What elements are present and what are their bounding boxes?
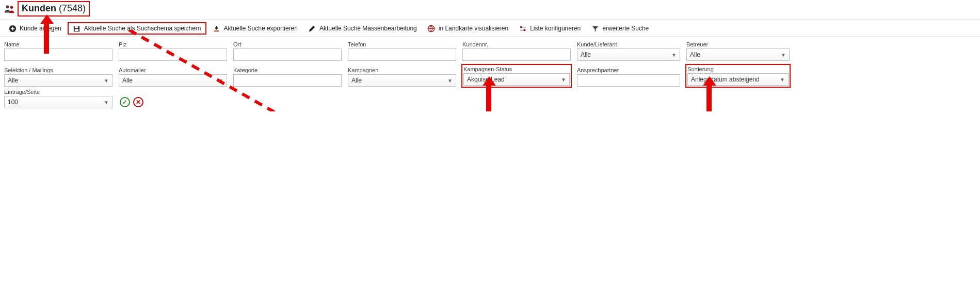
field-ort: Ort [233, 41, 342, 61]
chevron-down-icon: ▼ [781, 52, 786, 58]
globe-icon [427, 24, 436, 32]
sliders-icon [519, 24, 527, 32]
kampagnen-value: Alle [351, 77, 362, 84]
field-betreuer: Betreuer Alle ▼ [686, 41, 790, 61]
sortierung-label: Sortierung [687, 66, 789, 72]
kundennr-label: Kundennr. [462, 41, 571, 47]
field-selektion: Selektion / Mailings Alle ▼ [4, 67, 113, 87]
field-ansprechpartner: Ansprechpartner [577, 67, 680, 87]
kampagnen-select[interactable]: Alle ▼ [348, 74, 456, 87]
annotation-arrow-title [40, 14, 53, 54]
annotation-arrow-sort [703, 76, 715, 111]
betreuer-select[interactable]: Alle ▼ [686, 48, 790, 61]
selektion-label: Selektion / Mailings [4, 67, 113, 73]
bulk-edit-button[interactable]: Aktuelle Suche Massenbearbeitung [304, 23, 421, 34]
field-kampagnen-status: Kampagnen-Status Akquise Lead ▼ [462, 65, 571, 87]
page-header: Kunden (7548) [0, 0, 980, 18]
chevron-down-icon: ▼ [447, 78, 453, 84]
field-kunde-lieferant: Kunde/Lieferant Alle ▼ [577, 41, 680, 61]
kundennr-input[interactable] [462, 48, 571, 61]
automailer-select[interactable]: Alle ▼ [119, 74, 227, 87]
toolbar: Kunde anlegen Aktuelle Suche als Suchsch… [0, 20, 980, 37]
clear-button[interactable]: ✕ [133, 97, 143, 107]
create-customer-button[interactable]: Kunde anlegen [4, 23, 66, 34]
ort-label: Ort [233, 41, 342, 47]
name-label: Name [4, 41, 113, 47]
export-icon [213, 24, 221, 32]
telefon-label: Telefon [348, 41, 456, 47]
page-title-highlight: Kunden (7548) [18, 1, 90, 17]
chevron-down-icon: ▼ [104, 100, 109, 105]
field-kategorie: Kategorie [233, 67, 342, 87]
field-sortierung: Sortierung Anlegedatum absteigend ▼ [686, 65, 790, 87]
kategorie-input[interactable] [233, 74, 342, 87]
field-entries-per-page: Einträge/Seite 100 ▼ [4, 89, 113, 108]
export-button[interactable]: Aktuelle Suche exportieren [208, 23, 302, 34]
telefon-input[interactable] [348, 48, 456, 61]
field-telefon: Telefon [348, 41, 456, 61]
save-icon [73, 24, 81, 32]
chevron-down-icon: ▼ [218, 78, 223, 84]
page-title: Kunden [22, 3, 56, 13]
field-kampagnen: Kampagnen Alle ▼ [348, 67, 456, 87]
plz-input[interactable] [119, 48, 227, 61]
kampagnen-label: Kampagnen [348, 67, 456, 73]
entries-label: Einträge/Seite [4, 89, 113, 95]
bulk-edit-label: Aktuelle Suche Massenbearbeitung [319, 25, 417, 32]
kunde-lieferant-value: Alle [581, 51, 591, 58]
field-plz: Plz [119, 41, 227, 61]
export-label: Aktuelle Suche exportieren [224, 25, 298, 32]
entries-select[interactable]: 100 ▼ [4, 96, 113, 108]
customers-icon [4, 4, 14, 13]
pencil-icon [308, 24, 316, 32]
chevron-down-icon: ▼ [104, 78, 109, 84]
ansprechpartner-label: Ansprechpartner [577, 67, 680, 73]
kampagnen-status-select[interactable]: Akquise Lead ▼ [463, 73, 570, 86]
svg-point-1 [10, 6, 13, 9]
name-input[interactable] [4, 48, 113, 61]
field-name: Name [4, 41, 113, 61]
plz-label: Plz [119, 41, 227, 47]
selektion-value: Alle [8, 77, 18, 84]
field-kundennr: Kundennr. [462, 41, 571, 61]
map-visualize-label: in Landkarte visualisieren [439, 25, 508, 32]
map-visualize-button[interactable]: in Landkarte visualisieren [423, 23, 512, 34]
automailer-value: Alle [122, 77, 133, 84]
kunde-lieferant-select[interactable]: Alle ▼ [577, 48, 680, 61]
ansprechpartner-input[interactable] [577, 74, 680, 87]
apply-button[interactable]: ✓ [120, 97, 130, 107]
chevron-down-icon: ▼ [561, 77, 566, 83]
sortierung-value: Anlegedatum absteigend [691, 76, 760, 83]
chevron-down-icon: ▼ [671, 52, 677, 58]
plus-circle-icon [8, 24, 17, 32]
automailer-label: Automailer [119, 67, 227, 73]
configure-list-label: Liste konfigurieren [530, 25, 581, 32]
ort-input[interactable] [233, 48, 342, 61]
annotation-arrow-status [483, 76, 495, 111]
kunde-lieferant-label: Kunde/Lieferant [577, 41, 680, 47]
selektion-select[interactable]: Alle ▼ [4, 74, 113, 87]
advanced-search-label: erweiterte Suche [602, 25, 649, 32]
filter-icon [591, 24, 599, 32]
entries-value: 100 [8, 99, 18, 106]
svg-point-0 [6, 5, 9, 8]
save-schema-label: Aktuelle Suche als Suchschema speichern [84, 25, 201, 32]
save-schema-button[interactable]: Aktuelle Suche als Suchschema speichern [68, 22, 206, 35]
betreuer-label: Betreuer [686, 41, 790, 47]
betreuer-value: Alle [690, 51, 700, 58]
configure-list-button[interactable]: Liste konfigurieren [515, 23, 585, 34]
field-automailer: Automailer Alle ▼ [119, 67, 227, 87]
svg-rect-4 [75, 29, 79, 31]
page-count: (7548) [59, 3, 86, 13]
kampagnen-status-label: Kampagnen-Status [463, 66, 570, 72]
chevron-down-icon: ▼ [780, 77, 785, 83]
kategorie-label: Kategorie [233, 67, 342, 73]
advanced-search-button[interactable]: erweiterte Suche [587, 23, 653, 34]
svg-rect-3 [75, 26, 78, 28]
